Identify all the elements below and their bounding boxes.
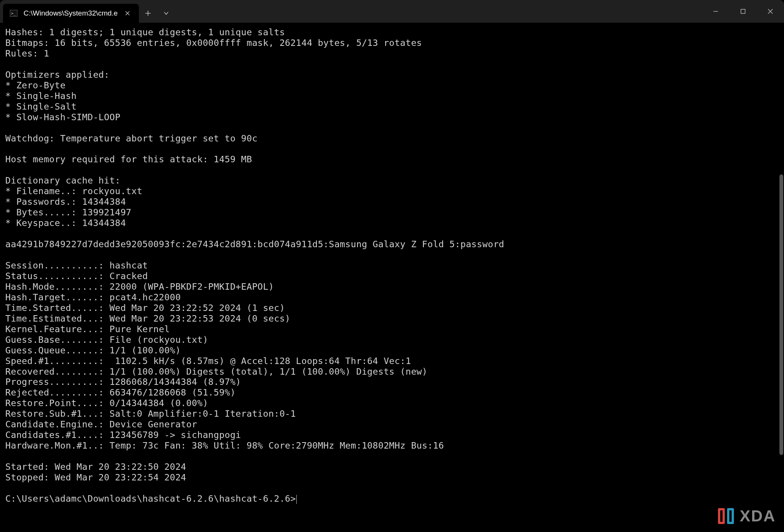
- new-tab-button[interactable]: [139, 4, 157, 23]
- terminal-body[interactable]: Hashes: 1 digests; 1 unique digests, 1 u…: [0, 23, 784, 532]
- line-dict-file: * Filename..: rockyou.txt: [5, 186, 142, 196]
- line-stopped: Stopped: Wed Mar 20 23:22:54 2024: [5, 472, 186, 483]
- line-guessbase: Guess.Base.......: File (rockyou.txt): [5, 334, 208, 345]
- tab-close-button[interactable]: [123, 9, 132, 18]
- tab-strip: >_ C:\Windows\System32\cmd.e: [0, 0, 175, 23]
- line-started: Started: Wed Mar 20 23:22:50 2024: [5, 461, 186, 472]
- line-restoresub: Restore.Sub.#1...: Salt:0 Amplifier:0-1 …: [5, 408, 296, 419]
- minimize-button[interactable]: [702, 0, 729, 23]
- line-opt4: * Slow-Hash-SIMD-LOOP: [5, 112, 120, 122]
- watermark-text: XDA: [740, 507, 776, 525]
- line-recovered: Recovered........: 1/1 (100.00%) Digests…: [5, 366, 428, 377]
- line-opt3: * Single-Salt: [5, 101, 77, 112]
- terminal-output: Hashes: 1 digests; 1 unique digests, 1 u…: [5, 27, 779, 504]
- terminal-window: >_ C:\Windows\System32\cmd.e: [0, 0, 784, 532]
- line-speed: Speed.#1.........: 1102.5 kH/s (8.57ms) …: [5, 356, 411, 366]
- line-hashtarget: Hash.Target......: pcat4.hc22000: [5, 292, 181, 303]
- tab-cmd[interactable]: >_ C:\Windows\System32\cmd.e: [3, 4, 139, 23]
- titlebar: >_ C:\Windows\System32\cmd.e: [0, 0, 784, 23]
- line-rejected: Rejected.........: 663476/1286068 (51.59…: [5, 387, 236, 398]
- cmd-icon: >_: [9, 9, 18, 18]
- prompt: C:\Users\adamc\Downloads\hashcat-6.2.6\h…: [5, 493, 296, 504]
- svg-text:>_: >_: [11, 11, 16, 16]
- window-controls: [702, 0, 784, 23]
- line-watchdog: Watchdog: Temperature abort trigger set …: [5, 133, 258, 144]
- line-timeest: Time.Estimated...: Wed Mar 20 23:22:53 2…: [5, 313, 290, 324]
- svg-rect-2: [741, 9, 745, 14]
- line-opt1: * Zero-Byte: [5, 80, 66, 91]
- xda-logo-icon: [717, 507, 735, 525]
- line-cracked-hash: aa4291b7849227d7dedd3e92050093fc:2e7434c…: [5, 239, 504, 250]
- line-bitmaps: Bitmaps: 16 bits, 65536 entries, 0x0000f…: [5, 38, 422, 48]
- line-candidates: Candidates.#1....: 123456789 -> sichangp…: [5, 430, 241, 440]
- line-guessqueue: Guess.Queue......: 1/1 (100.00%): [5, 345, 181, 356]
- line-optimizers-header: Optimizers applied:: [5, 69, 110, 80]
- line-hostmem: Host memory required for this attack: 14…: [5, 154, 252, 165]
- line-hashes: Hashes: 1 digests; 1 unique digests, 1 u…: [5, 27, 285, 38]
- line-opt2: * Single-Hash: [5, 91, 77, 101]
- line-dict-header: Dictionary cache hit:: [5, 175, 120, 186]
- text-cursor: [296, 495, 297, 504]
- close-button[interactable]: [757, 0, 784, 23]
- line-hwmon: Hardware.Mon.#1..: Temp: 73c Fan: 38% Ut…: [5, 440, 444, 451]
- line-dict-keyspace: * Keyspace..: 14344384: [5, 218, 126, 228]
- line-session: Session..........: hashcat: [5, 260, 148, 271]
- tab-title: C:\Windows\System32\cmd.e: [24, 9, 118, 17]
- line-status: Status...........: Cracked: [5, 271, 148, 281]
- line-kernelfeat: Kernel.Feature...: Pure Kernel: [5, 324, 170, 334]
- line-dict-pass: * Passwords.: 14344384: [5, 196, 126, 207]
- line-hashmode: Hash.Mode........: 22000 (WPA-PBKDF2-PMK…: [5, 281, 274, 292]
- line-candengine: Candidate.Engine.: Device Generator: [5, 419, 197, 430]
- line-timestarted: Time.Started.....: Wed Mar 20 23:22:52 2…: [5, 303, 285, 313]
- tab-dropdown-button[interactable]: [157, 4, 175, 23]
- scrollbar-thumb[interactable]: [779, 174, 783, 455]
- line-rules: Rules: 1: [5, 48, 49, 59]
- line-dict-bytes: * Bytes.....: 139921497: [5, 207, 131, 218]
- line-progress: Progress.........: 1286068/14344384 (8.9…: [5, 377, 241, 387]
- watermark: XDA: [717, 507, 776, 525]
- maximize-button[interactable]: [729, 0, 757, 23]
- line-restorepoint: Restore.Point....: 0/14344384 (0.00%): [5, 398, 208, 408]
